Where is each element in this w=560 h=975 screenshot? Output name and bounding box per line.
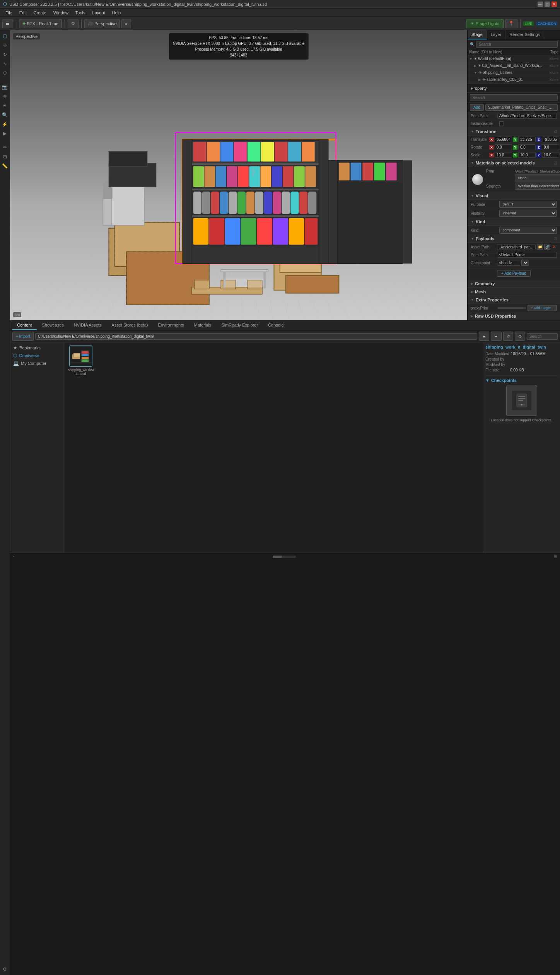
property-search-input[interactable] [470,94,558,101]
perspective-button[interactable]: 🎥 Perspective [84,19,120,28]
translate-x-label: X [489,137,494,142]
animation-tool-icon[interactable]: ▶ [1,129,9,138]
search-tool-icon[interactable]: 🔍 [1,111,9,119]
minimize-button[interactable]: — [538,2,543,7]
content-search-input[interactable] [527,333,558,340]
translate-z-input[interactable] [542,137,559,142]
tree-item-table-trolley[interactable]: ▶ 👁 TableTrolley_C05_01 Xform [468,76,560,83]
rotate-z-input[interactable] [542,144,559,150]
file-path-refresh-btn[interactable]: ↺ [503,332,513,341]
geometry-section-header[interactable]: ▶ Geometry [468,280,560,288]
add-payload-button[interactable]: + Add Payload [497,270,531,277]
scale-x-input[interactable] [495,152,512,158]
tab-render-settings[interactable]: Render Settings [505,30,544,39]
tab-asset-stores[interactable]: Asset Stores (beta) [107,321,152,330]
tree-item-cs-ascend[interactable]: ▶ 👁 CS_Ascend__Sit_stand_Worksta... Xfor… [468,62,560,69]
menu-file[interactable]: File [2,10,15,16]
rtx-mode-button[interactable]: ◈ RTX - Real-Time [19,19,62,28]
eye-tool-icon[interactable]: 👁 [1,92,9,101]
tab-simready[interactable]: SimReady Explorer [217,321,263,330]
file-size-label: File size [485,368,509,372]
measure-tool-icon[interactable]: 📏 [1,162,9,170]
kind-section-header[interactable]: ▼ Kind [468,218,560,226]
materials-toggle-icon[interactable]: ☑ [553,161,557,165]
translate-label: Translate [471,137,488,142]
material-binding-dropdown[interactable]: None [515,174,560,181]
tab-nvidia-assets[interactable]: NVIDIA Assets [69,321,106,330]
nav-omniverse[interactable]: ⬡ Omniverse [10,352,64,359]
scale-z-input[interactable] [542,152,559,158]
close-button[interactable]: ✕ [551,2,557,7]
maximize-button[interactable]: □ [545,2,550,7]
kind-dropdown[interactable]: component [499,227,557,234]
rotate-y-input[interactable] [518,144,536,150]
universal-tool-icon[interactable]: ⬡ [1,69,9,77]
expand-btn[interactable]: » [121,19,131,28]
tab-console[interactable]: Console [263,321,288,330]
menu-window[interactable]: Window [50,10,72,16]
rotate-x-input[interactable] [495,144,512,150]
file-item-shipping-usd[interactable]: shipping_wo rksta...usd [67,346,94,376]
file-path-input[interactable] [35,333,477,340]
viewport-nav-arrow[interactable]: ❯ [250,168,256,176]
asset-path-link-btn[interactable]: 🔗 [544,244,550,250]
visual-section-header[interactable]: ▼ Visual [468,192,560,200]
tab-content[interactable]: Content [12,321,37,330]
stage-lights-button[interactable]: ☀ Stage Lights [466,19,504,28]
viewport[interactable]: FPS: 53.85, Frame time: 18.57 ms NVIDIA … [10,30,467,320]
nav-bookmarks[interactable]: ★ Bookmarks [10,344,64,352]
asset-path-folder-btn[interactable]: 📁 [537,244,543,250]
tree-item-world[interactable]: ▼ 👁 World (defaultPrim) Xform [468,55,560,62]
menu-layout[interactable]: Layout [89,10,108,16]
menu-create[interactable]: Create [31,10,50,16]
rotate-tool-icon[interactable]: ↻ [1,50,9,59]
mesh-section-header[interactable]: ▶ Mesh [468,288,560,296]
menu-edit[interactable]: Edit [16,10,30,16]
extra-props-section-header[interactable]: ▼ Extra Properties [468,296,560,304]
file-path-bookmark-btn[interactable]: ★ [479,332,489,341]
physics-tool-icon[interactable]: ⚡ [1,120,9,128]
draw-tool-icon[interactable]: ✏ [1,143,9,152]
stage-search-input[interactable] [476,41,558,48]
tab-showcases[interactable]: Showcases [38,321,68,330]
tab-stage[interactable]: Stage [468,30,487,39]
visibility-dropdown[interactable]: inherited [499,210,557,217]
light-tool-icon[interactable]: ☀ [1,101,9,110]
hamburger-button[interactable]: ☰ [2,19,13,28]
file-path-history-btn[interactable]: ⏷ [491,332,502,341]
tab-materials[interactable]: Materials [190,321,216,330]
tab-layer[interactable]: Layer [487,30,506,39]
settings-button[interactable]: ⚙ [68,19,79,28]
transform-section-header[interactable]: ▼ Transform ↺ [468,128,560,136]
materials-section-header[interactable]: ▼ Materials on selected models ☑ [468,159,560,167]
menu-tools[interactable]: Tools [72,10,89,16]
transform-reset-icon[interactable]: ↺ [554,130,557,134]
filter-btn[interactable]: ⚙ [515,332,525,341]
raw-usd-section-header[interactable]: ▶ Raw USD Properties [468,312,560,320]
material-strength-dropdown[interactable]: Weaker than Descendants [515,183,560,190]
payloads-section-header[interactable]: ▼ Payloads ☑ [468,235,560,243]
translate-y-input[interactable] [518,137,536,142]
translate-x-input[interactable] [495,137,512,142]
location-button[interactable]: 📍 [505,19,517,28]
menu-help[interactable]: Help [109,10,124,16]
scale-tool-icon[interactable]: ⤡ [1,60,9,68]
nav-my-computer[interactable]: 💻 My Computer [10,359,64,367]
select-tool-icon[interactable]: ▢ [1,32,9,40]
property-add-button[interactable]: Add [470,104,484,111]
settings-side-icon[interactable]: ⚙ [1,965,9,973]
move-tool-icon[interactable]: ✛ [1,41,9,50]
tab-environments[interactable]: Environments [153,321,188,330]
add-target-button[interactable]: + Add Target... [528,305,557,311]
instanceable-checkbox[interactable] [499,121,504,126]
payloads-toggle-icon[interactable]: ☑ [553,237,557,241]
checkpoint-dropdown[interactable]: ▾ [521,260,529,266]
purpose-dropdown[interactable]: default [499,201,557,208]
scale-y-input[interactable] [518,152,536,158]
camera-tool-icon[interactable]: 📷 [1,83,9,91]
process-info: Process Memory: 4.6 GiB used, 17.5 GiB a… [173,46,305,52]
tree-item-shipping[interactable]: ▼ 👁 Shipping_Utilities Xform [468,69,560,76]
snap-tool-icon[interactable]: ⊞ [1,152,9,161]
asset-path-delete-btn[interactable]: ✕ [551,244,557,250]
import-button[interactable]: + Import [12,332,34,341]
